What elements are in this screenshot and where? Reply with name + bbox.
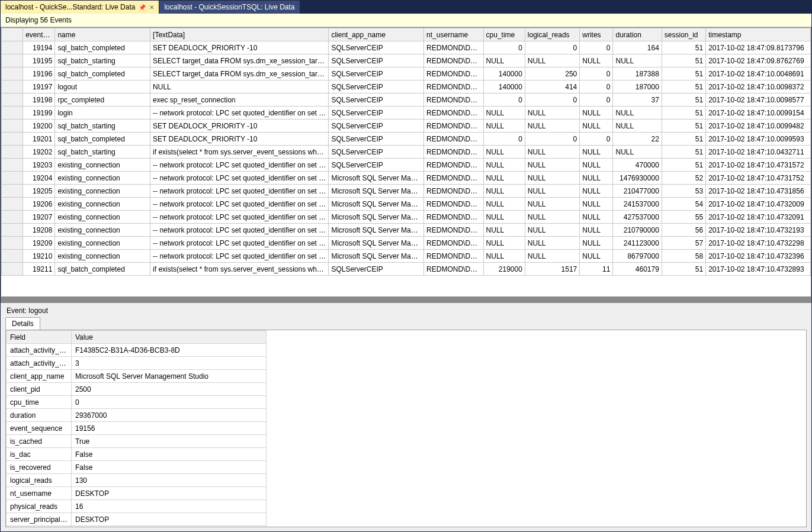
cell-app[interactable]: Microsoft SQL Server Manage... — [329, 224, 424, 237]
cell-name[interactable]: sql_batch_completed — [55, 263, 150, 276]
cell-cpu[interactable]: NULL — [483, 159, 525, 172]
cell-sid[interactable]: 51 — [662, 120, 705, 133]
detail-row[interactable]: logical_reads130 — [7, 474, 267, 487]
cell-app[interactable]: SQLServerCEIP — [329, 263, 424, 276]
detail-col-value[interactable]: Value — [72, 331, 267, 344]
cell-text[interactable]: -- network protocol: LPC set quoted_iden… — [150, 172, 329, 185]
cell-cpu[interactable]: 140000 — [483, 67, 525, 80]
cell-ev[interactable]: 19211 — [23, 263, 55, 276]
cell-dur[interactable]: 22 — [613, 133, 662, 146]
table-row[interactable]: 19202sql_batch_startingif exists(select … — [2, 146, 811, 159]
cell-dur[interactable]: NULL — [613, 54, 662, 67]
cell-wr[interactable]: NULL — [580, 54, 613, 67]
cell-dur[interactable]: NULL — [613, 120, 662, 133]
cell-ts[interactable]: 2017-10-02 18:47:10.4731752 — [706, 172, 811, 185]
cell-app[interactable]: SQLServerCEIP — [329, 146, 424, 159]
cell-name[interactable]: existing_connection — [55, 250, 150, 263]
cell-cpu[interactable]: 0 — [483, 41, 525, 54]
cell-app[interactable]: SQLServerCEIP — [329, 41, 424, 54]
table-row[interactable]: 19195sql_batch_startingSELECT target_dat… — [2, 54, 811, 67]
detail-row[interactable]: server_principal_na...DESKTOP — [7, 513, 267, 526]
cell-lr[interactable]: 0 — [525, 93, 579, 107]
table-row[interactable]: 19205existing_connection-- network proto… — [2, 185, 811, 198]
cell-cpu[interactable]: NULL — [483, 185, 525, 198]
cell-nt[interactable]: REDMOND\DES... — [424, 250, 483, 263]
col-session-id[interactable]: session_id — [662, 28, 705, 41]
table-row[interactable]: 19210existing_connection-- network proto… — [2, 250, 811, 263]
cell-cpu[interactable]: NULL — [483, 198, 525, 211]
cell-dur[interactable]: 187000 — [613, 80, 662, 93]
cell-nt[interactable]: REDMOND\DES... — [424, 172, 483, 185]
cell-sid[interactable]: 54 — [662, 198, 705, 211]
cell-cpu[interactable]: NULL — [483, 237, 525, 250]
detail-row[interactable]: attach_activity_id.s...3 — [7, 357, 267, 370]
cell-app[interactable]: SQLServerCEIP — [329, 159, 424, 172]
cell-nt[interactable]: REDMOND\DES... — [424, 159, 483, 172]
cell-wr[interactable]: 0 — [580, 80, 613, 93]
cell-lr[interactable]: NULL — [525, 172, 579, 185]
cell-name[interactable]: existing_connection — [55, 198, 150, 211]
cell-dur[interactable]: 241537000 — [613, 198, 662, 211]
cell-text[interactable]: SET DEADLOCK_PRIORITY -10 — [150, 41, 329, 54]
row-handle[interactable] — [2, 41, 23, 54]
cell-nt[interactable]: REDMOND\DES... — [424, 185, 483, 198]
detail-row[interactable]: is_cachedTrue — [7, 435, 267, 448]
cell-dur[interactable]: 210790000 — [613, 224, 662, 237]
cell-ev[interactable]: 19194 — [23, 41, 55, 54]
cell-text[interactable]: -- network protocol: LPC set quoted_iden… — [150, 107, 329, 120]
cell-cpu[interactable]: NULL — [483, 54, 525, 67]
cell-ev[interactable]: 19203 — [23, 159, 55, 172]
row-handle[interactable] — [2, 93, 23, 107]
cell-lr[interactable]: NULL — [525, 198, 579, 211]
cell-dur[interactable]: 187388 — [613, 67, 662, 80]
cell-text[interactable]: -- network protocol: LPC set quoted_iden… — [150, 237, 329, 250]
cell-text[interactable]: -- network protocol: LPC set quoted_iden… — [150, 185, 329, 198]
table-row[interactable]: 19208existing_connection-- network proto… — [2, 224, 811, 237]
detail-row[interactable]: physical_reads16 — [7, 500, 267, 513]
row-handle[interactable] — [2, 224, 23, 237]
cell-wr[interactable]: NULL — [580, 237, 613, 250]
row-handle[interactable] — [2, 250, 23, 263]
cell-wr[interactable]: NULL — [580, 211, 613, 224]
row-handle[interactable] — [2, 54, 23, 67]
cell-lr[interactable]: NULL — [525, 146, 579, 159]
cell-text[interactable]: NULL — [150, 80, 329, 93]
cell-wr[interactable]: 0 — [580, 67, 613, 80]
col-name[interactable]: name — [55, 28, 150, 41]
cell-app[interactable]: SQLServerCEIP — [329, 93, 424, 107]
cell-lr[interactable]: NULL — [525, 237, 579, 250]
cell-cpu[interactable]: 219000 — [483, 263, 525, 276]
cell-dur[interactable]: 1476930000 — [613, 172, 662, 185]
cell-app[interactable]: Microsoft SQL Server Manage... — [329, 237, 424, 250]
cell-lr[interactable]: NULL — [525, 211, 579, 224]
cell-nt[interactable]: REDMOND\DES... — [424, 133, 483, 146]
cell-name[interactable]: existing_connection — [55, 159, 150, 172]
cell-ev[interactable]: 19200 — [23, 120, 55, 133]
cell-lr[interactable]: 0 — [525, 133, 579, 146]
cell-nt[interactable]: REDMOND\DES... — [424, 120, 483, 133]
cell-ev[interactable]: 19198 — [23, 93, 55, 107]
cell-lr[interactable]: 1517 — [525, 263, 579, 276]
cell-app[interactable]: Microsoft SQL Server Manage... — [329, 185, 424, 198]
cell-text[interactable]: SELECT target_data FROM sys.dm_xe_sessio… — [150, 67, 329, 80]
cell-text[interactable]: SELECT target_data FROM sys.dm_xe_sessio… — [150, 54, 329, 67]
cell-lr[interactable]: NULL — [525, 185, 579, 198]
cell-text[interactable]: SET DEADLOCK_PRIORITY -10 — [150, 120, 329, 133]
cell-ts[interactable]: 2017-10-02 18:47:10.4732193 — [706, 224, 811, 237]
cell-sid[interactable]: 57 — [662, 237, 705, 250]
cell-app[interactable]: SQLServerCEIP — [329, 54, 424, 67]
cell-dur[interactable]: 470000 — [613, 159, 662, 172]
cell-wr[interactable]: 0 — [580, 41, 613, 54]
cell-name[interactable]: rpc_completed — [55, 93, 150, 107]
cell-lr[interactable]: NULL — [525, 224, 579, 237]
col-event[interactable]: event_... — [23, 28, 55, 41]
row-handle[interactable] — [2, 211, 23, 224]
cell-name[interactable]: existing_connection — [55, 185, 150, 198]
cell-text[interactable]: -- network protocol: LPC set quoted_iden… — [150, 159, 329, 172]
cell-text[interactable]: if exists(select * from sys.server_event… — [150, 146, 329, 159]
cell-nt[interactable]: REDMOND\DES... — [424, 211, 483, 224]
cell-cpu[interactable]: NULL — [483, 120, 525, 133]
col-textdata[interactable]: [TextData] — [150, 28, 329, 41]
cell-app[interactable]: SQLServerCEIP — [329, 133, 424, 146]
close-icon[interactable]: ✕ — [149, 4, 154, 11]
